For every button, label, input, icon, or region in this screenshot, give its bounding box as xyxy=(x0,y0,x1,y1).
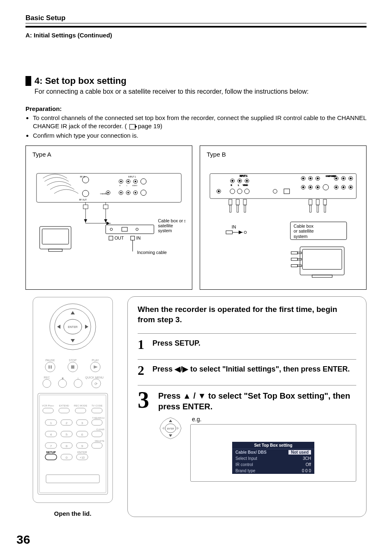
diagram-row: Type A RF IN RF OUT INPUT 1 xyxy=(25,145,367,290)
osd-row-0-val: Not used xyxy=(288,450,311,455)
svg-rect-115 xyxy=(302,249,342,269)
svg-text:RF IN: RF IN xyxy=(80,175,85,178)
svg-rect-160 xyxy=(92,408,102,413)
osd-row-2-val: Off xyxy=(306,462,311,467)
preparation-list: To control channels of the connected set… xyxy=(25,114,367,140)
svg-point-87 xyxy=(343,186,344,188)
section-marker-icon xyxy=(25,76,31,86)
svg-point-70 xyxy=(317,178,318,179)
svg-text:6: 6 xyxy=(81,433,83,436)
svg-text:T.SEARCH: T.SEARCH xyxy=(92,417,104,419)
svg-marker-43 xyxy=(106,222,110,225)
preparation-bullet-1: To control channels of the connected set… xyxy=(33,114,367,131)
svg-rect-187 xyxy=(45,454,57,460)
svg-rect-151 xyxy=(38,393,108,494)
svg-text:REC: REC xyxy=(44,376,50,379)
svg-point-60 xyxy=(230,189,235,194)
svg-marker-131 xyxy=(85,325,88,329)
page-ref-arrow-icon xyxy=(129,124,136,129)
svg-point-7 xyxy=(120,180,122,182)
svg-rect-184 xyxy=(92,443,102,448)
svg-point-61 xyxy=(237,189,242,194)
svg-marker-129 xyxy=(71,339,75,342)
header-subheader: A: Initial Settings (Continued) xyxy=(25,32,367,39)
osd-row-2-key: IR control xyxy=(235,462,253,467)
rule-thin-1 xyxy=(25,23,367,23)
svg-marker-195 xyxy=(169,420,172,422)
svg-text:VIDEO: VIDEO xyxy=(132,185,137,187)
svg-rect-47 xyxy=(42,229,69,244)
svg-point-147 xyxy=(74,379,82,388)
preparation-bullet-1-a: To control channels of the connected set… xyxy=(33,114,367,129)
osd-row-2: IR control Off xyxy=(232,462,314,468)
preparation-title: Preparation: xyxy=(25,105,367,112)
svg-rect-159 xyxy=(75,408,86,413)
section-4-intro: For connecting a cable box or a satellit… xyxy=(35,88,367,95)
svg-point-24 xyxy=(141,190,146,196)
svg-text:system: system xyxy=(158,228,172,233)
svg-point-9 xyxy=(127,180,129,182)
svg-rect-32 xyxy=(106,225,154,234)
svg-point-56 xyxy=(246,180,248,182)
eg-label: e.g. xyxy=(192,416,356,422)
svg-marker-130 xyxy=(57,325,60,329)
svg-rect-34 xyxy=(122,227,127,231)
svg-marker-108 xyxy=(239,231,242,234)
svg-text:+10: +10 xyxy=(80,456,85,459)
diagram-type-a: Type A RF IN RF OUT INPUT 1 xyxy=(25,145,192,290)
svg-rect-29 xyxy=(103,205,108,209)
svg-text:3: 3 xyxy=(81,421,83,425)
steps-panel: When the recorder is operated for the fi… xyxy=(127,296,367,517)
osd-screen: Set Top Box setting Cable Box/ DBS Not u… xyxy=(232,442,314,474)
diagram-type-b-label: Type B xyxy=(207,151,360,158)
type-a-box-label: Cable box or satellite system xyxy=(158,218,185,223)
osd-row-3: Brand type 0 0 0 xyxy=(232,468,314,474)
svg-point-12 xyxy=(141,178,146,184)
svg-point-135 xyxy=(45,362,55,372)
svg-point-62 xyxy=(244,189,249,194)
svg-text:⟳: ⟳ xyxy=(95,382,98,386)
svg-text:CHANNEL: CHANNEL xyxy=(100,193,108,195)
svg-rect-120 xyxy=(297,259,302,260)
rule-thick xyxy=(25,26,367,28)
svg-point-109 xyxy=(244,231,247,233)
svg-text:TV CODE: TV CODE xyxy=(92,404,103,407)
step-1-text: Press SETUP. xyxy=(152,338,201,348)
svg-rect-121 xyxy=(291,264,298,267)
diagram-type-a-svg: RF IN RF OUT INPUT 1 RLVIDEO xyxy=(32,158,185,261)
svg-text:REC MODE: REC MODE xyxy=(74,404,87,407)
preparation-bullet-2: Confirm which type your connection is. xyxy=(33,132,367,140)
svg-rect-99 xyxy=(309,199,312,205)
svg-rect-114 xyxy=(300,247,344,275)
svg-text:RF OUT: RF OUT xyxy=(79,199,87,201)
svg-text:7: 7 xyxy=(50,444,52,448)
svg-rect-48 xyxy=(48,249,62,252)
svg-text:ENTER: ENTER xyxy=(167,427,174,430)
svg-text:IN: IN xyxy=(232,224,236,229)
osd-row-1: Select Input 3CH xyxy=(232,455,314,462)
svg-text:or satellite: or satellite xyxy=(293,229,314,233)
svg-text:R: R xyxy=(119,185,120,187)
svg-marker-197 xyxy=(162,427,164,430)
svg-text:system: system xyxy=(293,234,307,239)
svg-point-33 xyxy=(110,228,113,231)
svg-rect-96 xyxy=(237,205,238,212)
svg-rect-95 xyxy=(236,199,239,205)
remote-illustration: ENTER PAUSE STOP PLAY REC QUICK MENU ★ ○… xyxy=(25,296,120,506)
remote-caption: Open the lid. xyxy=(25,510,120,517)
svg-rect-93 xyxy=(229,199,232,205)
svg-point-77 xyxy=(350,178,352,179)
svg-text:IN: IN xyxy=(136,235,141,240)
svg-rect-137 xyxy=(51,365,52,369)
svg-text:4: 4 xyxy=(50,433,52,436)
svg-point-90 xyxy=(273,189,277,193)
svg-point-68 xyxy=(310,178,311,179)
svg-rect-103 xyxy=(323,199,327,205)
svg-marker-128 xyxy=(71,311,75,314)
svg-point-21 xyxy=(127,192,129,194)
step-2-number: 2 xyxy=(138,364,152,377)
svg-text:VIDEO: VIDEO xyxy=(243,184,248,186)
section-4-heading: 4: Set top box setting xyxy=(25,76,367,86)
diagram-type-b: Type B INPUT 1 RLVIDEO COMPONENT xyxy=(200,145,367,290)
svg-rect-152 xyxy=(39,395,106,493)
